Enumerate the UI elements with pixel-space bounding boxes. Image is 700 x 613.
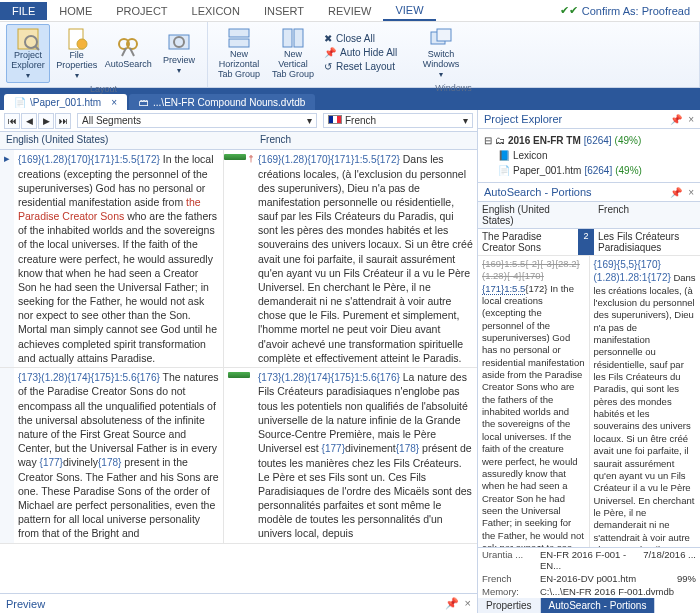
file-properties-button[interactable]: File Properties bbox=[54, 24, 99, 83]
dropdown-value: French bbox=[345, 115, 376, 126]
nav-last-button[interactable]: ⏭ bbox=[55, 113, 71, 129]
as-header-target: French bbox=[594, 202, 633, 228]
status-cell bbox=[224, 368, 254, 543]
target-cell[interactable]: {173}(1.28){174}{175}1:5.6{176} La natur… bbox=[254, 368, 477, 543]
source-text: divinely bbox=[63, 456, 98, 468]
source-text: The natures of the Paradise Creator Sons… bbox=[18, 371, 219, 468]
source-cell[interactable]: {169}(1.28){170}{171}1:5.5{172} In the l… bbox=[14, 150, 224, 367]
segment-filter-dropdown[interactable]: All Segments▾ bbox=[77, 113, 317, 128]
file-tab[interactable]: FILE bbox=[0, 2, 47, 20]
nav-first-button[interactable]: ⏮ bbox=[4, 113, 20, 129]
new-horizontal-tab-group-button[interactable]: New Horizontal Tab Group bbox=[214, 24, 264, 82]
tag: {177} bbox=[322, 443, 345, 454]
segment-grid[interactable]: ▸ {169}(1.28){170}{171}1:5.5{172} In the… bbox=[0, 150, 477, 593]
label: New Horizontal Tab Group bbox=[216, 50, 262, 80]
switch-windows-button[interactable]: Switch Windows bbox=[416, 24, 466, 82]
vertical-split-icon bbox=[281, 26, 305, 50]
svg-rect-11 bbox=[229, 29, 249, 37]
close-icon[interactable]: × bbox=[465, 597, 471, 610]
row-marker bbox=[0, 368, 14, 543]
autosearch-status: Urantia ...EN-FR 2016 F-001 - EN...7/18/… bbox=[478, 547, 700, 598]
project-tree[interactable]: ⊟ 🗂 2016 EN-FR TM [6264] (49%) 📘 Lexicon… bbox=[478, 129, 700, 182]
row-marker: ▸ bbox=[0, 150, 14, 367]
as-match-source: The Paradise Creator Sons bbox=[478, 229, 578, 255]
auto-hide-all-button[interactable]: 📌Auto Hide All bbox=[322, 46, 412, 59]
confirm-as-button[interactable]: ✔✔ Confirm As: Proofread bbox=[560, 4, 690, 17]
status-bar-icon bbox=[224, 154, 246, 160]
autosearch-button[interactable]: AutoSearch bbox=[103, 24, 153, 83]
target-cell[interactable]: {169}(1.28){170}{171}1:5.5{172} Dans les… bbox=[254, 150, 477, 367]
autosearch-icon bbox=[116, 36, 140, 60]
status-value: C:\...\EN-FR 2016 F-001.dvmdb bbox=[540, 586, 674, 597]
svg-rect-12 bbox=[229, 39, 249, 47]
status-cell: † bbox=[224, 150, 254, 367]
preview-panel-title: Preview bbox=[6, 598, 45, 610]
close-icon[interactable]: × bbox=[688, 114, 694, 125]
preview-icon bbox=[167, 32, 191, 56]
svg-rect-13 bbox=[283, 29, 292, 47]
percent-badge: (49%) bbox=[615, 133, 642, 148]
label: Preview bbox=[163, 56, 195, 66]
bottom-tab-autosearch[interactable]: AutoSearch - Portions bbox=[541, 598, 656, 613]
reset-layout-button[interactable]: ↺Reset Layout bbox=[322, 60, 412, 73]
tab-project[interactable]: PROJECT bbox=[104, 2, 179, 20]
tree-item-file[interactable]: 📄 Paper_001.htm [6264] (49%) bbox=[498, 163, 694, 178]
doc-tab-label: \Paper_001.htm bbox=[30, 97, 101, 108]
target-language-dropdown[interactable]: French▾ bbox=[323, 113, 473, 128]
tab-home[interactable]: HOME bbox=[47, 2, 104, 20]
label: Switch Windows bbox=[418, 50, 464, 70]
autosearch-result-row[interactable]: The Paradise Creator Sons 2 Les Fils Cré… bbox=[478, 229, 700, 256]
label: New Vertical Tab Group bbox=[270, 50, 316, 80]
status-label: Urantia ... bbox=[482, 549, 540, 571]
file-icon: 📄 bbox=[498, 163, 510, 178]
document-icon: 📄 bbox=[14, 97, 26, 108]
count-badge: [6264] bbox=[584, 163, 612, 178]
nav-next-button[interactable]: ▶ bbox=[38, 113, 54, 129]
preview-button[interactable]: Preview bbox=[157, 24, 201, 83]
tab-insert[interactable]: INSERT bbox=[252, 2, 316, 20]
source-cell[interactable]: {173}(1.28){174}{175}1:5.6{176} The natu… bbox=[14, 368, 224, 543]
tag-sequence: {173}(1.28){174}{175}1:5.6{176} bbox=[258, 372, 400, 383]
pin-icon: 📌 bbox=[324, 47, 336, 58]
doc-tab-paper001[interactable]: 📄 \Paper_001.htm × bbox=[4, 94, 127, 110]
status-label: Memory: bbox=[482, 586, 540, 597]
tree-label: 2016 EN-FR TM bbox=[508, 133, 581, 148]
tab-review[interactable]: REVIEW bbox=[316, 2, 383, 20]
target-text: Dans les créations locales, (à l'exclusi… bbox=[258, 153, 473, 364]
doc-tab-compound-nouns[interactable]: 🗃 ...\EN-FR Compound Nouns.dvtdb bbox=[129, 94, 315, 110]
target-text: divinement bbox=[345, 442, 396, 454]
bottom-tab-properties[interactable]: Properties bbox=[478, 598, 541, 613]
database-icon: 🗃 bbox=[139, 97, 149, 108]
project-explorer-title: Project Explorer bbox=[484, 113, 562, 125]
checkmark-icon: ✔✔ bbox=[560, 4, 578, 17]
close-icon[interactable]: × bbox=[111, 97, 117, 108]
tag: {178} bbox=[396, 443, 419, 454]
label: Reset Layout bbox=[336, 61, 395, 72]
as-target-text: Dans les créations locales, (à l'exclusi… bbox=[594, 272, 696, 547]
pin-icon[interactable]: 📌 bbox=[670, 187, 682, 198]
segment-row[interactable]: ▸ {169}(1.28){170}{171}1:5.5{172} In the… bbox=[0, 150, 477, 368]
label: Project Explorer bbox=[9, 51, 47, 71]
project-explorer-icon bbox=[16, 27, 40, 51]
tree-root[interactable]: ⊟ 🗂 2016 EN-FR TM [6264] (49%) bbox=[484, 133, 694, 148]
pin-icon[interactable]: 📌 bbox=[670, 114, 682, 125]
target-text: présent de toutes les manières chez les … bbox=[258, 442, 472, 539]
nav-prev-button[interactable]: ◀ bbox=[21, 113, 37, 129]
close-all-button[interactable]: ✖Close All bbox=[322, 32, 412, 45]
project-explorer-button[interactable]: Project Explorer bbox=[6, 24, 50, 83]
pin-icon[interactable]: 📌 bbox=[445, 597, 459, 610]
new-vertical-tab-group-button[interactable]: New Vertical Tab Group bbox=[268, 24, 318, 82]
minus-icon[interactable]: ⊟ bbox=[484, 133, 492, 148]
label: AutoSearch bbox=[105, 60, 152, 70]
diff-removed: {169}1:5.5{-2}{-3}{28.2}(1.28){-4}{170} bbox=[482, 258, 580, 281]
status-date: 7/18/2016 ... bbox=[643, 549, 696, 571]
confirm-label: Confirm As: Proofread bbox=[582, 5, 690, 17]
file-properties-icon bbox=[65, 27, 89, 51]
close-icon[interactable]: × bbox=[688, 187, 694, 198]
as-match-count: 2 bbox=[578, 229, 594, 255]
tree-item-lexicon[interactable]: 📘 Lexicon bbox=[498, 148, 694, 163]
tab-view[interactable]: VIEW bbox=[383, 1, 435, 21]
tree-label: Paper_001.htm bbox=[513, 163, 581, 178]
segment-row[interactable]: {173}(1.28){174}{175}1:5.6{176} The natu… bbox=[0, 368, 477, 544]
tab-lexicon[interactable]: LEXICON bbox=[180, 2, 252, 20]
